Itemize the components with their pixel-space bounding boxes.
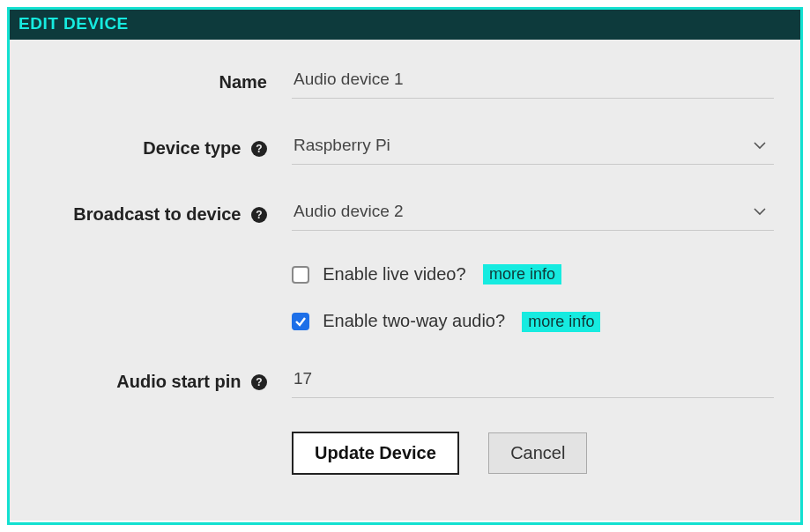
help-icon[interactable]: ? xyxy=(251,141,267,157)
row-device-type: Device type ? Raspberry Pi xyxy=(36,132,774,165)
row-audio-pin: Audio start pin ? xyxy=(36,366,774,398)
enable-live-video-checkbox[interactable] xyxy=(292,266,309,284)
device-type-select[interactable]: Raspberry Pi xyxy=(292,132,774,165)
row-live-video: Enable live video? more info xyxy=(36,264,774,284)
label-name: Name xyxy=(36,72,292,92)
cancel-button[interactable]: Cancel xyxy=(488,432,587,474)
panel-body: Name Device type ? Raspberry Pi Broadcas… xyxy=(10,40,800,521)
row-buttons: Update Device Cancel xyxy=(36,432,774,475)
help-icon[interactable]: ? xyxy=(251,207,267,223)
edit-device-panel: EDIT DEVICE Name Device type ? Raspberry… xyxy=(7,7,803,525)
enable-live-video-label: Enable live video? xyxy=(323,264,465,284)
label-audio-pin: Audio start pin ? xyxy=(36,372,292,392)
update-device-button[interactable]: Update Device xyxy=(292,432,459,475)
name-input[interactable] xyxy=(292,66,774,99)
more-info-link[interactable]: more info xyxy=(522,312,600,332)
row-broadcast: Broadcast to device ? Audio device 2 xyxy=(36,198,774,231)
enable-two-way-audio-label: Enable two-way audio? xyxy=(323,312,505,331)
more-info-link[interactable]: more info xyxy=(483,264,561,284)
label-device-type: Device type ? xyxy=(36,138,292,159)
row-two-way-audio: Enable two-way audio? more info xyxy=(36,311,774,331)
panel-title: EDIT DEVICE xyxy=(10,10,800,40)
row-name: Name xyxy=(36,66,774,99)
audio-pin-input[interactable] xyxy=(292,366,774,398)
broadcast-select[interactable]: Audio device 2 xyxy=(292,198,774,231)
enable-two-way-audio-checkbox[interactable] xyxy=(292,313,309,330)
help-icon[interactable]: ? xyxy=(251,374,267,390)
label-broadcast: Broadcast to device ? xyxy=(36,204,292,225)
